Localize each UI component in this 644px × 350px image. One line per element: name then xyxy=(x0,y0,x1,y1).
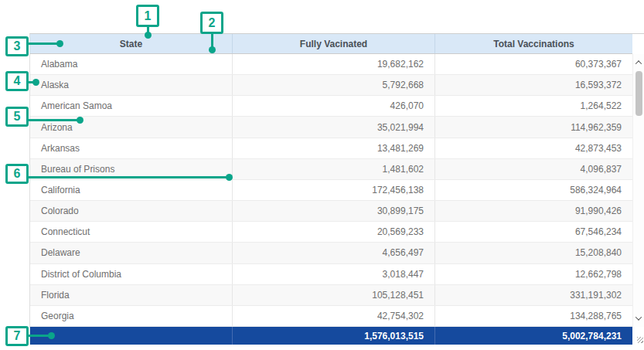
state-cell: Alabama xyxy=(30,54,233,74)
fully-vacinated-cell: 20,569,233 xyxy=(233,222,435,242)
chevron-down-icon xyxy=(635,314,642,320)
callout-6-box: 6 xyxy=(5,164,29,184)
state-cell: Delaware xyxy=(30,243,233,263)
fully-vacinated-cell: 1,481,602 xyxy=(233,159,435,179)
state-cell: Colorado xyxy=(30,201,233,221)
callout-3-line xyxy=(29,42,60,45)
callout-2-box: 2 xyxy=(200,12,223,34)
callout-4-box: 4 xyxy=(5,71,29,91)
fully-vacinated-cell: 105,128,451 xyxy=(233,285,435,305)
table-row[interactable]: Delaware 4,656,497 15,208,840 xyxy=(30,243,632,263)
table-header-row: State Fully Vacinated Total Vaccinations xyxy=(30,34,632,54)
state-cell: Florida xyxy=(30,285,233,305)
scrollbar-footer-corner xyxy=(632,327,644,345)
vertical-scrollbar xyxy=(632,34,644,345)
callout-6-label: 6 xyxy=(14,167,21,181)
callout-7-label: 7 xyxy=(14,329,21,343)
scroll-down-button[interactable] xyxy=(633,312,644,325)
callout-4-label: 4 xyxy=(14,74,21,88)
table-row[interactable]: Arkansas 13,481,269 42,873,453 xyxy=(30,138,632,159)
attribute-table: State Fully Vacinated Total Vaccinations… xyxy=(29,33,644,345)
scrollbar-thumb[interactable] xyxy=(635,71,642,116)
table-row[interactable]: California 172,456,138 586,324,964 xyxy=(30,180,632,201)
state-cell: District of Columbia xyxy=(30,264,233,284)
table-row[interactable]: American Samoa 426,070 1,264,522 xyxy=(30,96,632,117)
total-vaccinations-cell: 12,662,798 xyxy=(435,264,632,284)
state-cell: Arkansas xyxy=(30,138,233,158)
fully-vacinated-cell: 35,021,994 xyxy=(233,117,435,137)
table-row[interactable]: Colorado 30,899,175 91,990,426 xyxy=(30,201,632,222)
summary-fully-vacinated-total: 1,576,013,515 xyxy=(233,327,435,345)
fully-vacinated-cell: 19,682,162 xyxy=(233,54,435,74)
total-vaccinations-cell: 331,191,302 xyxy=(435,285,632,305)
callout-6-dot xyxy=(226,174,233,181)
total-vaccinations-cell: 60,373,367 xyxy=(435,54,632,74)
callout-5-dot xyxy=(77,117,83,124)
callout-5-line xyxy=(29,119,80,121)
callout-7-box: 7 xyxy=(5,326,29,346)
column-header-fully-vacinated[interactable]: Fully Vacinated xyxy=(233,34,435,53)
callout-1-label: 1 xyxy=(145,9,152,23)
state-cell: Georgia xyxy=(30,306,233,326)
table-row[interactable]: Georgia 42,754,302 134,288,765 xyxy=(30,306,632,327)
chevron-up-icon xyxy=(635,60,642,66)
total-vaccinations-cell: 1,264,522 xyxy=(435,96,632,116)
fully-vacinated-cell: 4,656,497 xyxy=(233,243,435,263)
resize-grip-icon[interactable] xyxy=(637,337,643,343)
table-row[interactable]: Connecticut 20,569,233 67,546,234 xyxy=(30,222,632,243)
callout-3-label: 3 xyxy=(14,39,21,53)
state-cell: Connecticut xyxy=(30,222,233,242)
callout-4-dot xyxy=(32,79,39,86)
scrollbar-track[interactable] xyxy=(632,54,644,327)
fully-vacinated-cell: 13,481,269 xyxy=(233,138,435,158)
total-vaccinations-cell: 134,288,765 xyxy=(435,306,632,326)
fully-vacinated-cell: 172,456,138 xyxy=(233,180,435,200)
table-row[interactable]: District of Columbia 3,018,447 12,662,79… xyxy=(30,264,632,285)
total-vaccinations-cell: 586,324,964 xyxy=(435,180,632,200)
total-vaccinations-cell: 42,873,453 xyxy=(435,138,632,158)
table-row[interactable]: Florida 105,128,451 331,191,302 xyxy=(30,285,632,306)
callout-5-box: 5 xyxy=(5,107,29,127)
callout-5-label: 5 xyxy=(14,110,21,124)
callout-1-dot xyxy=(145,32,152,39)
table-row[interactable]: Alaska 5,792,668 16,593,372 xyxy=(30,75,632,96)
column-header-total-vaccinations[interactable]: Total Vaccinations xyxy=(435,34,632,53)
total-vaccinations-cell: 67,546,234 xyxy=(435,222,632,242)
total-vaccinations-cell: 114,962,359 xyxy=(435,117,632,137)
total-vaccinations-cell: 16,593,372 xyxy=(435,75,632,95)
table-row[interactable]: Alabama 19,682,162 60,373,367 xyxy=(30,54,632,75)
table-body: Alabama 19,682,162 60,373,367 Alaska 5,7… xyxy=(30,54,632,327)
total-vaccinations-cell: 91,990,426 xyxy=(435,201,632,221)
callout-3-dot xyxy=(56,40,63,47)
annotated-table-screenshot: State Fully Vacinated Total Vaccinations… xyxy=(0,0,644,350)
scroll-up-button[interactable] xyxy=(633,56,644,69)
state-cell: California xyxy=(30,180,233,200)
callout-1-box: 1 xyxy=(136,5,159,27)
fully-vacinated-cell: 426,070 xyxy=(233,96,435,116)
callout-6-line xyxy=(29,176,230,178)
state-cell: Alaska xyxy=(30,75,233,95)
fully-vacinated-cell: 3,018,447 xyxy=(233,264,435,284)
state-cell: American Samoa xyxy=(30,96,233,116)
table-main: State Fully Vacinated Total Vaccinations… xyxy=(30,34,632,345)
summary-state-cell xyxy=(30,327,233,345)
fully-vacinated-cell: 42,754,302 xyxy=(233,306,435,326)
callout-7-dot xyxy=(48,332,55,339)
fully-vacinated-cell: 5,792,668 xyxy=(233,75,435,95)
callout-3-box: 3 xyxy=(5,36,29,56)
callout-2-label: 2 xyxy=(209,16,216,30)
table-summary-row: 1,576,013,515 5,002,784,231 xyxy=(30,327,632,345)
summary-total-vaccinations-total: 5,002,784,231 xyxy=(435,327,632,345)
callout-2-dot xyxy=(209,46,216,53)
scrollbar-header-spacer xyxy=(632,34,644,54)
total-vaccinations-cell: 4,096,837 xyxy=(435,159,632,179)
fully-vacinated-cell: 30,899,175 xyxy=(233,201,435,221)
table-row[interactable]: Arizona 35,021,994 114,962,359 xyxy=(30,117,632,138)
total-vaccinations-cell: 15,208,840 xyxy=(435,243,632,263)
